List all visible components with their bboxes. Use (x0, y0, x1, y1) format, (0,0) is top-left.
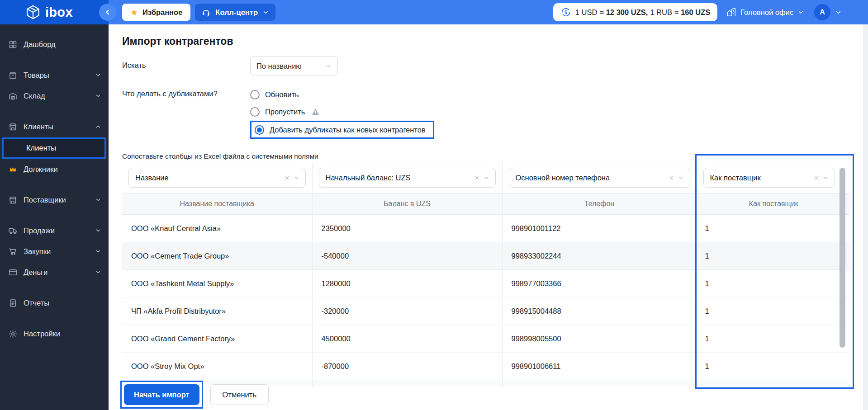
chevron-down-icon[interactable] (822, 174, 829, 181)
start-import-highlight: Начать импорт (120, 381, 203, 409)
building-icon (726, 7, 736, 17)
cell-phone: 998933002244 (502, 242, 697, 270)
currency-exchange-icon: $ (560, 7, 571, 18)
brand-name: ibox (45, 5, 73, 20)
selected-option-highlight: Добавить дубликаты как новых контрагенто… (250, 121, 434, 139)
currency-rate-text: 1 USD= 12 300 UZS,1 RUB= 160 UZS (575, 8, 710, 17)
sidebar-item-label: Отчеты (24, 299, 49, 307)
favorites-button[interactable]: ★ Избранное (122, 4, 190, 21)
column-header-balance: Баланс в UZS (312, 193, 502, 215)
duplicates-row: Что делать с дубликатами? Обновить Пропу… (122, 88, 863, 139)
cell-name: ООО «Knauf Central Asia» (122, 215, 312, 242)
cell-as-supplier: 1 (697, 297, 850, 325)
sidebar-item-suppliers[interactable]: Поставщики (0, 189, 109, 210)
sidebar-item-label: Продажи (24, 226, 55, 235)
clear-icon[interactable] (813, 174, 820, 181)
mapping-select-value: Как поставщик (710, 174, 761, 182)
branch-label: Головной офис (740, 8, 793, 17)
table-row: ООО «Grand Cement Factory» 4500000 99899… (122, 325, 850, 353)
chevron-down-icon (95, 248, 101, 254)
cell-as-supplier: 1 (697, 353, 850, 380)
sidebar-item-label: Поставщики (24, 196, 66, 204)
mapping-select-value: Начальный баланс: UZS (326, 174, 411, 182)
table-header-row: Название поставщика Баланс в UZS Телефон… (122, 193, 850, 215)
cancel-button[interactable]: Отменить (210, 384, 269, 405)
radio-option-update[interactable]: Обновить (250, 88, 299, 101)
sidebar-item-purchases[interactable]: Закупки (0, 241, 109, 262)
mapping-table: Название Начальный баланс: UZS (122, 162, 850, 386)
chevron-down-icon[interactable] (835, 9, 842, 16)
cell-balance: -870000 (312, 353, 502, 380)
avatar[interactable]: A (814, 4, 830, 20)
mapping-select-name[interactable]: Название (128, 168, 306, 188)
radio-checked[interactable] (255, 125, 264, 135)
warning-icon (311, 108, 320, 116)
app-window: ibox ★ Избранное (0, 0, 868, 410)
svg-text:$: $ (564, 9, 567, 15)
call-center-label: Колл-центр (215, 8, 258, 17)
cell-name: ООО «Tashkent Metal Supply» (122, 270, 312, 297)
clear-icon[interactable] (284, 174, 290, 181)
radio-option-add-as-new[interactable]: Добавить дубликаты как новых контрагенто… (255, 123, 426, 136)
cart-icon (8, 247, 18, 256)
mapping-select-balance[interactable]: Начальный баланс: UZS (319, 168, 496, 188)
warehouse-icon (8, 91, 18, 101)
radio-label: Пропустить (265, 108, 305, 116)
branch-selector[interactable]: Головной офис (726, 7, 804, 17)
chevron-down-icon[interactable] (293, 174, 300, 181)
sidebar: Дашборд Товары Склад Клиенты (0, 24, 109, 410)
document-icon (8, 298, 18, 308)
column-header-as-supplier: Как поставщик (697, 193, 850, 215)
window-scrollbar[interactable] (863, 24, 868, 410)
cell-phone: 998998005500 (502, 325, 697, 353)
sidebar-item-debtors[interactable]: Должники (0, 159, 109, 179)
chevron-left-icon (104, 8, 112, 16)
table-row: ООО «Knauf Central Asia» 2350000 9989010… (122, 215, 850, 242)
clear-icon[interactable] (474, 174, 480, 181)
radio-unchecked[interactable] (250, 107, 260, 117)
sidebar-subitem-clients-active[interactable]: Клиенты (2, 137, 106, 159)
start-import-button[interactable]: Начать импорт (124, 384, 199, 405)
page-title: Импорт контрагентов (122, 35, 863, 47)
sidebar-item-clients[interactable]: Клиенты (0, 116, 109, 137)
brand-area[interactable]: ibox (0, 0, 109, 24)
column-mapping-row: Название Начальный баланс: UZS (122, 162, 850, 193)
radio-unchecked[interactable] (250, 90, 260, 99)
cell-name: ООО «Cement Trade Group» (122, 242, 312, 270)
call-center-button[interactable]: Колл-центр (195, 4, 275, 21)
chevron-down-icon (95, 269, 101, 275)
sidebar-item-products[interactable]: Товары (0, 65, 109, 85)
avatar-letter: A (820, 8, 825, 16)
chevron-down-icon[interactable] (483, 174, 490, 181)
cell-name: ООО «Stroy Mix Opt» (122, 353, 312, 380)
cell-balance: 2350000 (312, 215, 502, 242)
top-header: ibox ★ Избранное (0, 0, 868, 24)
currency-rate-widget[interactable]: $ 1 USD= 12 300 UZS,1 RUB= 160 UZS (553, 3, 717, 21)
mapping-select-phone[interactable]: Основной номер телефона (509, 168, 690, 188)
header-right-area: ★ Избранное Колл-центр (109, 0, 868, 24)
chevron-down-icon (95, 72, 101, 78)
clear-icon[interactable] (668, 174, 675, 181)
sidebar-item-sales[interactable]: Продажи (0, 220, 109, 241)
search-label: Искать (122, 57, 250, 75)
search-by-select[interactable]: По названию (250, 57, 338, 75)
cell-phone: 998915004488 (502, 297, 697, 325)
main-content: Импорт контрагентов Искать По названию Ч… (109, 24, 863, 410)
sidebar-item-settings[interactable]: Настройки (0, 323, 109, 344)
cell-name: ООО «Grand Cement Factory» (122, 325, 312, 353)
sidebar-collapse-button[interactable] (99, 4, 116, 21)
mapping-table-region: Название Начальный баланс: UZS (122, 162, 850, 386)
sidebar-item-money[interactable]: Деньги (0, 262, 109, 283)
mapping-select-as-supplier[interactable]: Как поставщик (703, 168, 835, 188)
sidebar-item-warehouse[interactable]: Склад (0, 85, 109, 106)
truck-icon (8, 226, 18, 236)
radio-option-skip[interactable]: Пропустить (250, 105, 320, 118)
chevron-down-icon[interactable] (678, 174, 684, 181)
duplicates-radio-group: Обновить Пропустить Добавить дубликаты к… (250, 88, 434, 139)
sidebar-item-label: Закупки (24, 247, 51, 256)
table-scrollbar-thumb[interactable] (840, 168, 845, 348)
sidebar-item-label: Деньги (24, 268, 47, 277)
cell-balance: -320000 (312, 297, 502, 325)
sidebar-item-reports[interactable]: Отчеты (0, 292, 109, 313)
sidebar-item-dashboard[interactable]: Дашборд (0, 34, 109, 55)
